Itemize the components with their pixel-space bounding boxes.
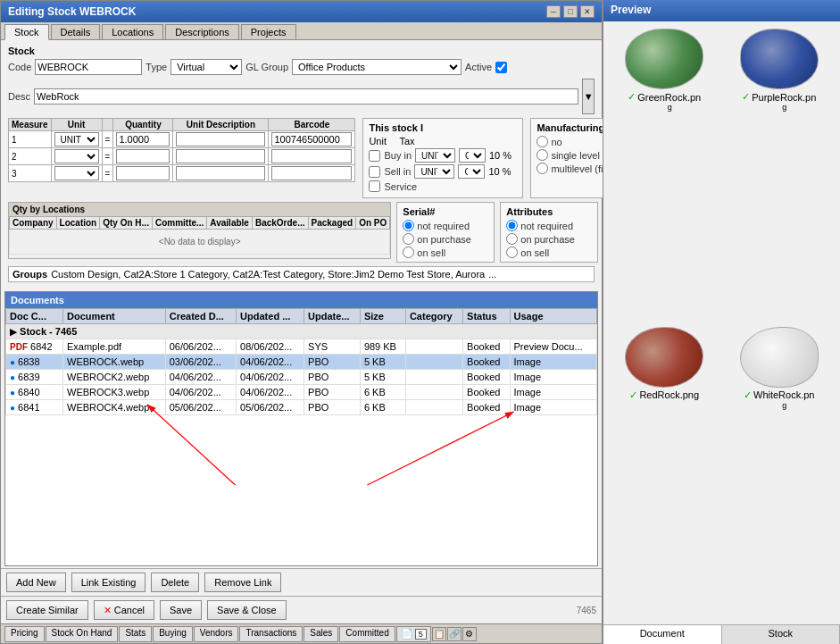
row3-num: 3 [9, 165, 52, 182]
preview-footer-document-tab[interactable]: Document [603, 625, 722, 644]
doc-row-6840[interactable]: ● 6840 WEBROCK3.webp 04/06/202... 04/06/… [6, 385, 597, 400]
doc-6841-name: WEBROCK4.webp [63, 400, 166, 415]
attr-not-required-label: not required [520, 221, 573, 231]
desc-input[interactable] [34, 88, 578, 105]
row3-unit [51, 165, 102, 182]
footer-icon-2[interactable]: 🔗 [447, 627, 462, 641]
doc-row-6841[interactable]: ● 6841 WEBROCK4.webp 05/06/202... 05/06/… [6, 400, 597, 415]
preview-footer-stock-tab[interactable]: Stock [722, 625, 841, 644]
tab-projects[interactable]: Projects [241, 24, 296, 39]
doc-6840-status: Booked [463, 385, 510, 400]
doc-6841-updated1: 05/06/202... [237, 400, 304, 415]
footer-tab-documents[interactable]: 📄 5 [396, 626, 431, 642]
tab-locations[interactable]: Locations [102, 24, 163, 39]
footer-tab-stock-on-hand[interactable]: Stock On Hand [46, 626, 119, 642]
col-qty: Quantity [113, 119, 173, 131]
link-existing-button[interactable]: Link Existing [71, 573, 146, 592]
footer-tab-pricing[interactable]: Pricing [4, 626, 45, 642]
footer-tab-vendors[interactable]: Vendors [194, 626, 239, 642]
purplerock-image[interactable] [740, 29, 819, 89]
save-close-button[interactable]: Save & Close [207, 600, 287, 620]
desc-scroll[interactable]: ▼ [582, 79, 595, 114]
doc-6842-updated1: 08/06/202... [237, 339, 304, 355]
service-checkbox[interactable] [369, 180, 380, 192]
serial-on-sell-radio[interactable] [403, 247, 414, 258]
serial-on-purchase-label: on purchase [417, 234, 471, 245]
doc-6842-usage: Preview Docu... [510, 339, 596, 355]
tab-stock[interactable]: Stock [4, 24, 49, 40]
manuf-multi-radio[interactable] [536, 163, 548, 174]
tab-details[interactable]: Details [51, 24, 101, 39]
active-checkbox[interactable] [495, 62, 507, 73]
create-similar-button[interactable]: Create Similar [6, 600, 88, 620]
attr-on-purchase-radio[interactable] [506, 233, 518, 245]
attr-on-purchase-label: on purchase [520, 234, 575, 245]
buy-tax-pct: 10 % [489, 150, 511, 161]
groups-more-btn[interactable]: ... [488, 269, 496, 280]
redrock-image[interactable] [625, 327, 703, 388]
remove-link-button[interactable]: Remove Link [204, 573, 281, 592]
footer-tab-committed[interactable]: Committed [339, 626, 395, 642]
add-new-button[interactable]: Add New [6, 573, 66, 592]
serial-on-purchase-radio[interactable] [403, 233, 414, 245]
cancel-button[interactable]: ✕ Cancel [94, 600, 154, 620]
service-label: Service [384, 181, 417, 192]
doc-6840-name: WEBROCK3.webp [63, 385, 166, 400]
doc-6840-id: ● 6840 [6, 385, 63, 400]
col-updated2: Update... [304, 309, 361, 324]
delete-button[interactable]: Delete [151, 573, 199, 592]
greenrock-name-suffix: g [657, 103, 672, 112]
footer-tab-stats[interactable]: Stats [119, 626, 152, 642]
doc-6840-updated2: PBO [304, 385, 361, 400]
groups-row: Groups Custom Design, Cat2A:Store 1 Cate… [8, 266, 595, 282]
serial-radio-group: not required on purchase on sell [403, 220, 488, 258]
footer-tab-buying[interactable]: Buying [153, 626, 193, 642]
sell-label: Sell in [384, 166, 411, 177]
footer-tab-sales[interactable]: Sales [304, 626, 338, 642]
footer-icon-3[interactable]: ⚙ [462, 627, 477, 641]
glgroup-select[interactable]: Office Products [292, 59, 462, 75]
minimize-button[interactable]: ─ [546, 5, 561, 18]
maximize-button[interactable]: □ [563, 5, 578, 18]
greenrock-image[interactable] [625, 29, 703, 89]
record-id: 7465 [577, 606, 596, 615]
row1-barcode [269, 131, 355, 148]
glgroup-label: GL Group [245, 62, 288, 72]
type-select[interactable]: Virtual Physical Service [170, 59, 242, 75]
buy-tax-select[interactable]: G [459, 148, 486, 163]
doc-6840-size: 6 KB [360, 385, 405, 400]
doc-6840-usage: Image [510, 385, 596, 400]
footer-icon-1[interactable]: 📋 [432, 627, 446, 641]
action-buttons-row: Add New Link Existing Delete Remove Link [1, 568, 602, 596]
row2-eq: = [102, 148, 113, 165]
stock-label: Stock [8, 46, 595, 56]
save-button[interactable]: Save [160, 600, 202, 620]
doc-row-6842[interactable]: PDF 6842 Example.pdf 06/06/202... 08/06/… [6, 339, 597, 355]
doc-row-6838[interactable]: ● 6838 WEBROCK.webp 03/06/202... 04/06/2… [6, 355, 597, 370]
serial-not-required-label: not required [417, 221, 470, 231]
doc-6842-category [405, 339, 462, 355]
sell-checkbox[interactable] [369, 166, 380, 178]
attr-on-sell-radio[interactable] [506, 247, 518, 258]
purplerock-name-suffix: g [771, 103, 786, 112]
buy-unit-select[interactable]: UNIT [415, 148, 455, 163]
sell-unit-select[interactable]: UNIT [414, 164, 454, 179]
footer-tab-transactions[interactable]: Transactions [239, 626, 303, 642]
serial-not-required-radio[interactable] [403, 220, 414, 231]
tab-bar: Stock Details Locations Descriptions Pro… [1, 22, 602, 40]
manuf-no-radio[interactable] [536, 136, 548, 147]
buy-checkbox[interactable] [369, 150, 380, 162]
tab-descriptions[interactable]: Descriptions [165, 24, 239, 39]
manuf-single-radio[interactable] [536, 149, 548, 161]
doc-row-6839[interactable]: ● 6839 WEBROCK2.webp 04/06/202... 04/06/… [6, 370, 597, 385]
sell-row: Sell in UNIT G 10 % [369, 164, 517, 179]
measure-section: Measure Unit Quantity Unit Description B… [8, 118, 355, 198]
groups-label: Groups [12, 269, 47, 280]
col-measure: Measure [9, 119, 52, 131]
code-input[interactable] [35, 59, 142, 75]
sell-tax-select[interactable]: G [458, 164, 485, 179]
whiterock-image[interactable] [740, 327, 819, 388]
close-button[interactable]: ✕ [580, 5, 595, 18]
attr-not-required-radio[interactable] [506, 220, 518, 231]
doc-6840-updated1: 04/06/202... [237, 385, 304, 400]
